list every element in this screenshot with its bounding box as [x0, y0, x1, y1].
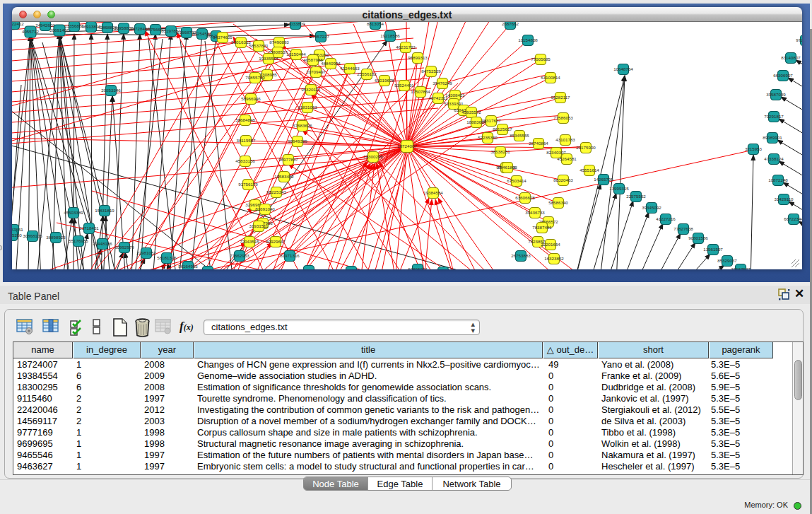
- svg-text:38898923: 38898923: [46, 235, 66, 240]
- svg-text:58966946: 58966946: [241, 96, 261, 101]
- svg-text:95320121: 95320121: [301, 87, 321, 92]
- svg-text:39345092: 39345092: [642, 205, 661, 210]
- svg-text:39587039: 39587039: [766, 92, 786, 97]
- svg-text:22201654: 22201654: [541, 242, 560, 247]
- svg-text:84752529: 84752529: [421, 69, 441, 74]
- svg-text:20709497: 20709497: [306, 69, 326, 74]
- svg-text:39436733: 39436733: [525, 210, 545, 215]
- svg-text:23718431: 23718431: [79, 226, 99, 230]
- svg-text:88461803: 88461803: [498, 165, 517, 170]
- svg-text:19335534: 19335534: [259, 56, 278, 61]
- svg-text:43101783: 43101783: [555, 137, 575, 142]
- svg-text:60806024: 60806024: [408, 267, 428, 269]
- svg-text:63100814: 63100814: [541, 75, 560, 80]
- svg-text:91030736: 91030736: [198, 269, 218, 269]
- svg-text:31429110: 31429110: [774, 197, 794, 201]
- svg-text:2687662: 2687662: [502, 22, 519, 26]
- svg-text:47338124: 47338124: [764, 156, 784, 161]
- svg-text:38317637: 38317637: [481, 118, 501, 123]
- svg-text:66306997: 66306997: [773, 73, 793, 78]
- svg-text:81691040: 81691040: [255, 206, 275, 211]
- svg-text:96282117: 96282117: [551, 95, 570, 100]
- svg-text:47295260: 47295260: [12, 233, 22, 238]
- svg-text:72043515: 72043515: [240, 239, 259, 244]
- svg-text:63606628: 63606628: [515, 195, 535, 200]
- svg-text:38119557: 38119557: [236, 138, 256, 143]
- svg-text:45551614: 45551614: [579, 168, 599, 173]
- svg-text:17507864: 17507864: [411, 89, 430, 94]
- svg-text:16323852: 16323852: [544, 256, 564, 261]
- svg-text:55176955: 55176955: [69, 238, 88, 243]
- svg-text:22575562: 22575562: [626, 194, 646, 199]
- svg-text:48840994: 48840994: [321, 61, 341, 66]
- svg-text:56164955: 56164955: [178, 264, 198, 269]
- svg-text:7357227: 7357227: [312, 34, 330, 39]
- svg-text:19384554: 19384554: [423, 190, 443, 195]
- svg-text:30868105: 30868105: [23, 233, 42, 238]
- svg-text:15831819: 15831819: [95, 208, 114, 213]
- svg-text:71586053: 71586053: [553, 115, 573, 120]
- svg-text:77005685: 77005685: [531, 57, 551, 62]
- svg-text:58537831: 58537831: [249, 43, 269, 48]
- svg-text:57683626: 57683626: [293, 123, 312, 128]
- svg-text:31831063: 31831063: [298, 105, 317, 110]
- svg-text:45833156: 45833156: [235, 158, 255, 163]
- svg-text:81971316: 81971316: [280, 253, 300, 258]
- svg-text:87490893: 87490893: [269, 40, 289, 45]
- svg-text:36687537: 36687537: [731, 267, 751, 269]
- svg-text:95899313: 95899313: [408, 55, 428, 60]
- svg-text:14308421: 14308421: [445, 93, 465, 98]
- svg-text:70855700: 70855700: [245, 75, 265, 80]
- svg-text:19218586: 19218586: [380, 33, 400, 38]
- svg-text:23556182: 23556182: [357, 71, 377, 76]
- svg-text:13999315: 13999315: [609, 186, 629, 191]
- svg-text:26753883: 26753883: [511, 253, 531, 258]
- svg-text:10648764: 10648764: [613, 66, 633, 71]
- svg-text:8813054: 8813054: [367, 22, 384, 26]
- svg-text:31931511: 31931511: [249, 223, 269, 228]
- svg-text:13561597: 13561597: [703, 247, 723, 252]
- svg-text:38538251: 38538251: [490, 149, 510, 154]
- svg-text:45935572: 45935572: [461, 110, 481, 115]
- svg-text:86125617: 86125617: [493, 127, 512, 132]
- svg-text:96977837: 96977837: [278, 157, 298, 162]
- svg-text:41244663: 41244663: [340, 66, 360, 71]
- svg-text:78387461: 78387461: [532, 225, 552, 230]
- svg-text:97226012: 97226012: [796, 37, 802, 42]
- svg-text:91756179: 91756179: [238, 182, 258, 187]
- svg-text:58181396: 58181396: [157, 255, 177, 260]
- svg-text:85345555: 85345555: [510, 133, 529, 138]
- svg-text:18300295: 18300295: [363, 154, 383, 159]
- svg-text:88320463: 88320463: [553, 177, 573, 182]
- svg-text:39476249: 39476249: [433, 81, 452, 86]
- svg-text:29175900: 29175900: [576, 145, 596, 150]
- svg-text:28740864: 28740864: [529, 141, 548, 146]
- svg-text:18724007: 18724007: [397, 144, 417, 148]
- svg-text:20053346: 20053346: [101, 88, 121, 93]
- svg-text:95822412: 95822412: [12, 22, 24, 26]
- svg-text:90801586: 90801586: [688, 235, 708, 240]
- svg-text:45503389: 45503389: [64, 210, 83, 215]
- svg-text:60992979: 60992979: [114, 245, 134, 250]
- svg-text:18033809: 18033809: [286, 22, 305, 26]
- svg-text:4055712: 4055712: [22, 29, 40, 34]
- svg-text:99949389: 99949389: [288, 139, 307, 144]
- svg-text:16150444: 16150444: [286, 52, 306, 57]
- svg-text:52235350: 52235350: [478, 135, 498, 140]
- svg-text:49349722: 49349722: [341, 269, 361, 269]
- svg-text:93016315: 93016315: [231, 40, 251, 45]
- svg-text:46231783: 46231783: [396, 45, 416, 49]
- svg-text:83140807: 83140807: [781, 55, 801, 60]
- svg-text:67503414: 67503414: [507, 178, 526, 183]
- svg-text:60929647: 60929647: [266, 239, 286, 244]
- svg-text:89089901: 89089901: [763, 135, 782, 140]
- svg-text:10154808: 10154808: [518, 37, 538, 42]
- svg-text:66722344: 66722344: [784, 216, 802, 221]
- svg-text:24942603: 24942603: [35, 23, 55, 28]
- svg-text:19583482: 19583482: [274, 174, 294, 179]
- svg-text:22448136: 22448136: [93, 241, 112, 246]
- svg-text:20691406: 20691406: [49, 28, 69, 33]
- svg-text:70291817: 70291817: [764, 114, 784, 119]
- svg-text:3215953: 3215953: [745, 146, 763, 151]
- svg-text:94374605: 94374605: [213, 35, 233, 40]
